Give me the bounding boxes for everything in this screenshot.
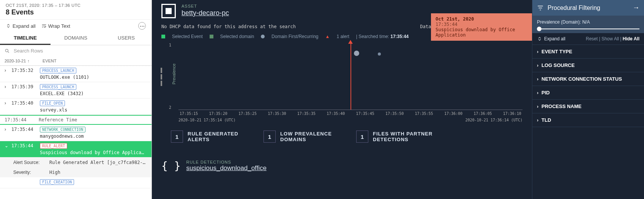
- event-tag: NETWORK_CONNECTION: [40, 127, 85, 132]
- x-tick: 17:35:50: [385, 111, 404, 116]
- alert-detail: Severity:High: [0, 167, 152, 177]
- timerange: OCT 21ST, 2020: 17:35 – 17:36 UTC: [6, 3, 146, 8]
- left-panel: OCT 21ST, 2020: 17:35 – 17:36 UTC 8 Even…: [0, 0, 152, 199]
- show-all-link[interactable]: Show All: [601, 36, 619, 41]
- reset-link[interactable]: Reset: [586, 36, 598, 41]
- chart-tooltip: Oct 21st, 2020 17:35:44 Suspicious downl…: [431, 13, 532, 41]
- chevron-right-icon: ›: [537, 90, 538, 96]
- stat-number: 1: [264, 131, 276, 143]
- wrap-text-button[interactable]: Wrap Text: [41, 23, 70, 29]
- stat-card[interactable]: 1RULE GENERATED ALERTS: [171, 131, 248, 143]
- chevron-right-icon: ›: [5, 68, 11, 73]
- timeline-row[interactable]: › 17:35:44 NETWORK_CONNECTIONmanygoodnew…: [0, 125, 152, 141]
- x-tick: 17:36:05: [474, 111, 492, 116]
- legend-domain-first-icon: [261, 35, 265, 38]
- filter-facet[interactable]: ›PID: [532, 86, 644, 100]
- stat-number: 1: [171, 131, 183, 143]
- x-tick: 17:35:30: [268, 111, 286, 116]
- prevalence-slider[interactable]: [537, 29, 639, 29]
- col-date[interactable]: 2020-10-21: [5, 59, 26, 63]
- event-count: 8 Events: [6, 8, 146, 16]
- x-tick: 17:35:40: [327, 111, 345, 116]
- event-tag: FILE_OPEN: [40, 100, 65, 106]
- legend-selected-event-icon: [161, 35, 165, 38]
- col-event: EVENT: [43, 59, 57, 63]
- prevalence-chart[interactable]: Prevalence 1 2 2020-10-21 17:35:14 (UTC)…: [169, 41, 522, 123]
- tab-domains[interactable]: DOMAINS: [51, 32, 101, 45]
- x-tick: 17:35:35: [297, 111, 316, 116]
- chevron-right-icon: ›: [5, 84, 11, 89]
- expand-all-button[interactable]: Expand all: [6, 23, 36, 29]
- expand-all-button[interactable]: Expand all: [537, 36, 565, 41]
- x-tick: 17:35:45: [356, 111, 374, 116]
- filter-facet[interactable]: ›LOG SOURCE: [532, 59, 644, 72]
- legend-alert-icon: ▲: [325, 34, 330, 39]
- x-tick: 17:35:55: [415, 111, 433, 116]
- alert-triangle-icon: [348, 40, 353, 44]
- stat-label: LOW PREVALENCE DOMAINS: [280, 131, 341, 142]
- chevron-right-icon: ›: [537, 63, 538, 68]
- rule-section-label: RULE DETECTIONS: [186, 160, 267, 164]
- x-tick: 17:36:00: [444, 111, 462, 116]
- chevron-right-icon: ›: [537, 76, 538, 82]
- tab-users[interactable]: USERS: [101, 32, 152, 45]
- sort-arrow-icon[interactable]: ↑: [27, 59, 30, 63]
- resize-handle-icon[interactable]: [161, 68, 163, 87]
- rule-name-link[interactable]: suspicious_download_office: [186, 164, 267, 172]
- filter-facet[interactable]: ›EVENT TYPE: [532, 45, 644, 59]
- chevron-right-icon: ›: [5, 127, 11, 132]
- chevron-down-icon: ⌄: [5, 143, 11, 148]
- rule-braces-icon: { }: [161, 160, 181, 172]
- x-tick: 17:36:10: [503, 111, 521, 116]
- chart-point[interactable]: [378, 53, 381, 56]
- timeline-row[interactable]: › 17:35:39 PROCESS_LAUNCHEXCEL.EXE (3432…: [0, 82, 152, 99]
- x-tick: 17:35:25: [238, 111, 257, 116]
- timeline-row[interactable]: › 17:35:40 FILE_OPENsurvey.xls: [0, 99, 152, 115]
- reference-time-row: 17:35:44Reference Time: [0, 115, 152, 125]
- filter-icon: [537, 5, 544, 11]
- center-panel: ASSET betty-decaro-pc Oct 21st, 2020 17:…: [152, 0, 532, 199]
- stat-label: FILES WITH PARTNER DETECTIONS: [373, 131, 434, 142]
- timeline-row[interactable]: › 17:35:32 PROCESS_LAUNCHOUTLOOK.exe (11…: [0, 66, 152, 82]
- search-icon: [5, 48, 10, 54]
- filter-facet[interactable]: ›NETWORK CONNECTION STATUS: [532, 72, 644, 86]
- alert-marker-line: [350, 43, 351, 110]
- svg-point-0: [5, 49, 8, 52]
- right-panel-title: Procedural Filtering: [548, 5, 600, 11]
- filter-facet[interactable]: ›PROCESS NAME: [532, 100, 644, 113]
- chart-point[interactable]: [354, 51, 359, 56]
- chevron-right-icon: ›: [5, 100, 11, 106]
- tab-timeline[interactable]: TIMELINE: [0, 32, 51, 45]
- stat-label: RULE GENERATED ALERTS: [188, 131, 248, 142]
- asset-chip-icon: [161, 4, 176, 18]
- x-axis: 2020-10-21 17:35:14 (UTC) 2020-10-21 17:…: [178, 110, 522, 123]
- search-input[interactable]: [13, 48, 147, 54]
- more-menu-icon[interactable]: ⋯: [138, 22, 146, 30]
- prevalence-label: Prevalence (Domain): N/A: [537, 19, 639, 25]
- chevron-right-icon: ›: [537, 118, 538, 123]
- stat-card[interactable]: 1LOW PREVALENCE DOMAINS: [264, 131, 341, 143]
- chevron-right-icon: ›: [537, 49, 538, 54]
- filter-facet[interactable]: ›TLD: [532, 113, 644, 127]
- collapse-arrow-icon[interactable]: →: [633, 4, 639, 12]
- x-tick: 17:35:20: [209, 111, 227, 116]
- right-panel: Procedural Filtering → Prevalence (Domai…: [532, 0, 644, 199]
- chevron-right-icon: ›: [537, 104, 538, 109]
- timeline-rows: › 17:35:32 PROCESS_LAUNCHOUTLOOK.exe (11…: [0, 66, 152, 199]
- stat-number: 1: [356, 131, 368, 143]
- stat-card[interactable]: 1FILES WITH PARTNER DETECTIONS: [356, 131, 434, 143]
- x-tick: 17:35:15: [180, 111, 198, 116]
- timeline-row-alert[interactable]: ⌄ 17:35:44 RULE_ALERTSuspicious download…: [0, 141, 152, 158]
- legend-selected-domain-icon: [210, 35, 213, 38]
- event-tag: PROCESS_LAUNCH: [40, 68, 76, 73]
- asset-name-link[interactable]: betty-decaro-pc: [182, 9, 229, 17]
- event-tag: FILE_CREATION: [40, 179, 74, 185]
- event-tag: RULE_ALERT: [40, 143, 67, 149]
- event-tag: PROCESS_LAUNCH: [40, 84, 76, 90]
- alert-detail: Alert Source:Rule Generated Alert [jo_c7…: [0, 158, 152, 167]
- asset-label: ASSET: [182, 4, 229, 8]
- timeline-row[interactable]: FILE_CREATION: [0, 177, 152, 188]
- hide-all-link[interactable]: Hide All: [623, 36, 639, 41]
